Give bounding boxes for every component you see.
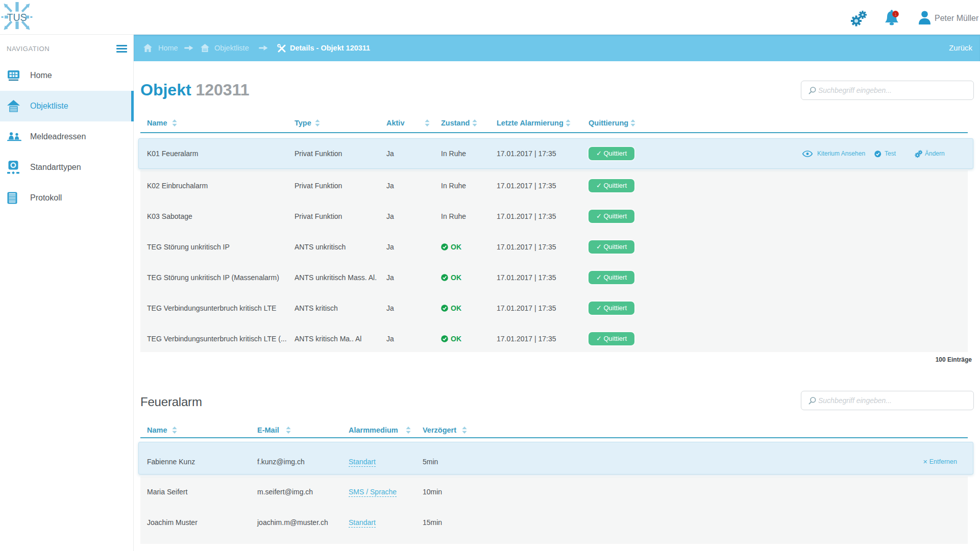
svg-text:TUS: TUS bbox=[7, 12, 27, 23]
svg-text:1: 1 bbox=[894, 12, 897, 17]
